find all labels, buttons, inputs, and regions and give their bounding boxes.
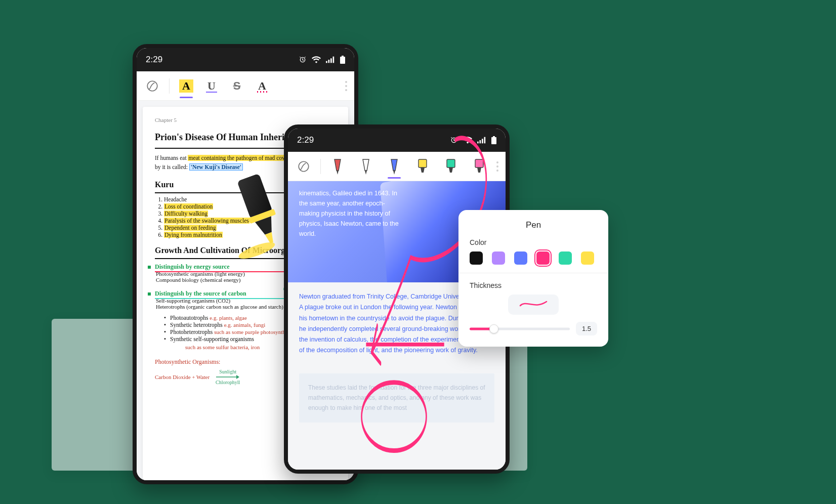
pen-red[interactable] [326, 155, 349, 178]
color-swatch[interactable] [581, 251, 594, 265]
app-logo-icon[interactable] [292, 155, 315, 178]
banner-text: kinematics, Galileo died in 1643. In the… [299, 188, 404, 239]
wifi-icon [463, 137, 472, 144]
pen-settings-popup: Pen Color Thickness 1.5 [458, 210, 608, 347]
color-swatch[interactable] [492, 251, 505, 265]
svg-rect-2 [330, 58, 332, 63]
hand-label: Chlorophyll [216, 380, 240, 385]
color-swatch[interactable] [470, 251, 483, 265]
svg-rect-19 [447, 159, 455, 167]
svg-rect-3 [333, 57, 335, 63]
highlight-tool[interactable]: A [175, 74, 198, 98]
color-swatch[interactable] [559, 251, 572, 265]
status-bar: 2:29 [137, 48, 354, 71]
selected-indicator [180, 97, 193, 98]
svg-point-6 [147, 81, 157, 91]
highlight-toolbar: A U S A [137, 71, 354, 101]
popup-title: Pen [470, 220, 597, 230]
alarm-icon [299, 56, 307, 64]
article-faded: These studies laid the foundation for th… [299, 373, 494, 423]
thickness-slider[interactable] [470, 323, 570, 334]
toolbar-separator [169, 78, 170, 94]
strikethrough-tool[interactable]: S [225, 74, 248, 98]
highlighter-pink[interactable] [468, 155, 491, 178]
chapter-label: Chapter 5 [155, 117, 336, 123]
pen-toolbar [288, 152, 506, 181]
thickness-value: 1.5 [576, 322, 597, 335]
svg-rect-5 [340, 57, 345, 64]
hand-label: Sunlight [219, 369, 236, 374]
color-swatches [470, 251, 597, 265]
app-logo-icon[interactable] [141, 74, 164, 98]
svg-rect-18 [419, 159, 427, 167]
thickness-preview [470, 295, 597, 315]
status-icons [299, 56, 345, 64]
svg-rect-4 [342, 56, 344, 57]
color-swatch[interactable] [514, 251, 527, 265]
svg-rect-14 [484, 137, 486, 144]
underline-tool[interactable]: U [200, 74, 223, 98]
svg-point-17 [299, 161, 309, 172]
popup-divider [458, 273, 608, 273]
boxed-term: 'New Kuji's Disease' [189, 163, 243, 171]
highlight-span: meat containing the pathogen of mad cow [188, 155, 286, 161]
clock: 2:29 [146, 55, 162, 65]
selected-indicator [388, 177, 401, 179]
arrow-icon [216, 374, 239, 380]
svg-rect-16 [491, 137, 496, 144]
thickness-label: Thickness [470, 281, 597, 289]
color-swatch[interactable] [536, 251, 550, 265]
svg-rect-20 [475, 159, 483, 167]
battery-icon [340, 56, 345, 64]
svg-rect-13 [482, 139, 483, 143]
svg-rect-0 [326, 61, 327, 63]
battery-icon [491, 136, 496, 144]
svg-rect-15 [493, 136, 495, 137]
highlighter-green[interactable] [439, 155, 463, 178]
svg-rect-12 [480, 140, 481, 143]
alarm-icon [450, 136, 458, 144]
status-icons [450, 136, 496, 144]
signal-icon [477, 137, 486, 144]
color-label: Color [470, 238, 597, 246]
pen-blue[interactable] [383, 155, 406, 178]
svg-rect-11 [477, 142, 479, 144]
wifi-icon [312, 56, 321, 63]
clock: 2:29 [297, 135, 314, 145]
pen-outline[interactable] [354, 155, 378, 178]
hand-equation: Carbon Dioxide + Water [155, 374, 210, 380]
more-icon[interactable] [345, 81, 350, 91]
squiggle-tool[interactable]: A [250, 74, 274, 98]
status-bar: 2:29 [288, 129, 506, 152]
toolbar-separator [320, 159, 321, 174]
highlighter-yellow[interactable] [411, 155, 434, 178]
svg-rect-1 [328, 60, 330, 63]
more-icon[interactable] [496, 161, 501, 172]
signal-icon [326, 56, 335, 63]
